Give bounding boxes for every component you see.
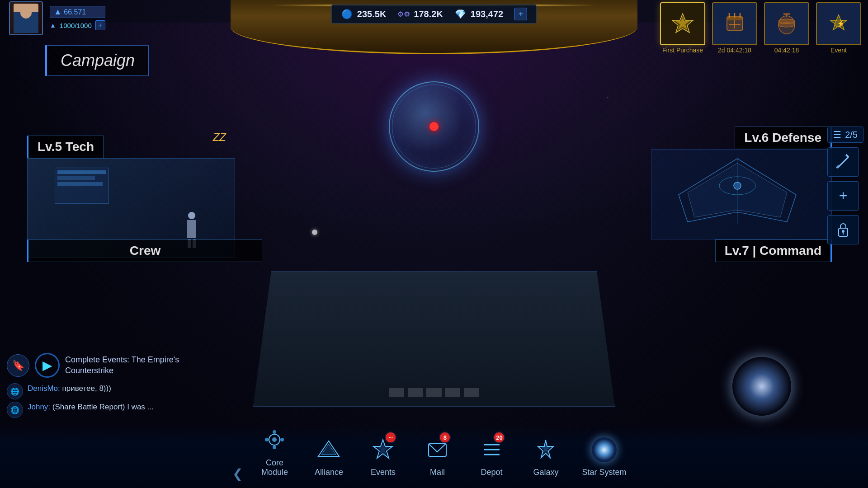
level-value: 66,571 [64, 8, 86, 16]
depot-icon: 20 [476, 434, 507, 465]
nav-events[interactable]: ··· Events [356, 430, 410, 481]
nav-alliance[interactable]: Alliance [302, 430, 356, 481]
add-module-button[interactable]: + [827, 181, 859, 211]
event-button[interactable]: ⚡ Event [814, 2, 863, 54]
svg-point-26 [842, 230, 844, 233]
svg-point-31 [273, 446, 276, 449]
gems-resource: 💎 193,472 [454, 8, 503, 20]
galaxy-label: Galaxy [533, 468, 558, 478]
bookmark-icon: 🔖 [7, 354, 29, 377]
player-level: ▲ 66,571 [50, 6, 105, 18]
top-hud: ▲ 66,571 ▲ 1000/1000 + 🔵 235.5K ⚙⚙ 178.2… [0, 0, 868, 36]
depot-label: Depot [481, 468, 502, 478]
event-label: Event [830, 47, 847, 54]
gems-value: 193,472 [471, 9, 503, 19]
list-icon: ☰ [833, 129, 841, 140]
chat-name-2: Johny: [28, 403, 50, 411]
svg-point-32 [265, 438, 269, 441]
events-icon: ··· [367, 434, 399, 465]
stamina-current: 1000 [60, 22, 75, 29]
campaign-button[interactable]: Campaign [45, 45, 149, 76]
chat-name-1: DenisMo: [28, 384, 60, 393]
nav-galaxy[interactable]: Galaxy [519, 430, 573, 481]
nav-star-system[interactable]: Star System [573, 430, 635, 481]
star-system-icon [589, 434, 620, 465]
gems-icon: 💎 [454, 8, 467, 20]
left-arrow-icon[interactable]: ❮ [232, 466, 243, 481]
core-module-label: Core Module [261, 458, 288, 478]
chat-text-2: Johny: (Share Battle Report) I was ... [28, 402, 154, 413]
quest-progress-circle: ▶ [35, 353, 60, 378]
nav-items: ❮ Core Module [0, 421, 868, 481]
add-resources-button[interactable]: + [514, 8, 527, 20]
svg-point-4 [734, 182, 741, 189]
tech-label[interactable]: Lv.5 Tech [27, 136, 104, 158]
svg-text:⚡: ⚡ [837, 20, 845, 28]
ore-value: 178.2K [414, 9, 443, 19]
mail-icon: 8 [421, 434, 453, 465]
nav-mail[interactable]: 8 Mail [410, 430, 464, 481]
quest-text: Complete Events: The Empire's Counterstr… [65, 355, 201, 376]
first-purchase-icon [660, 2, 705, 45]
galaxy-decoration [732, 357, 791, 416]
tech-section: Lv.5 Tech ZZ Crew [27, 136, 262, 262]
stamina-max: 1000 [76, 22, 91, 29]
player-stats: ▲ 66,571 ▲ 1000/1000 + [50, 6, 105, 30]
credits-resource: 🔵 235.5K [341, 8, 387, 20]
galaxy-icon [530, 434, 561, 465]
resources-bar: 🔵 235.5K ⚙⚙ 178.2K 💎 193,472 + [331, 5, 537, 23]
defense-section: Lv.6 Defense Lv.7 | Command [615, 127, 832, 298]
floor-platform [253, 271, 615, 407]
ore-resource: ⚙⚙ 178.2K [397, 8, 443, 20]
crew-label[interactable]: Crew [27, 239, 262, 262]
nav-core-module[interactable]: Core Module [247, 421, 302, 481]
shop-buttons: First Purchase 2d 04:42:18 [658, 2, 863, 54]
credits-value: 235.5K [357, 9, 387, 19]
svg-point-33 [280, 438, 284, 441]
defense-label[interactable]: Lv.6 Defense [735, 127, 832, 149]
ore-icon: ⚙⚙ [397, 8, 410, 20]
stamina-bar: ▲ 1000/1000 + [50, 20, 105, 30]
stamina-icon: ▲ [50, 22, 56, 29]
alliance-icon [313, 434, 344, 465]
nav-depot[interactable]: 20 Depot [464, 430, 519, 481]
core-module-icon [259, 424, 290, 456]
chat-msg-body-2: (Share Battle Report) I was ... [52, 403, 154, 411]
daily-deal-icon [712, 2, 757, 45]
ship-hologram [651, 149, 832, 239]
alliance-label: Alliance [315, 468, 343, 478]
holo-sphere [389, 81, 479, 172]
svg-point-29 [272, 437, 277, 442]
add-stamina-button[interactable]: + [95, 20, 105, 30]
player-avatar[interactable] [9, 1, 43, 35]
time-limited-button[interactable]: 04:42:18 [762, 2, 811, 54]
stamina-value: 1000/1000 [60, 22, 92, 29]
lock-button[interactable] [827, 215, 859, 244]
chat-messages: 🌐 DenisMo: приветее, 8))) 🌐 Johny: (Shar… [7, 383, 201, 418]
daily-deal-label: 2d 04:42:18 [718, 47, 751, 54]
quest-arrow-icon: ▶ [42, 358, 52, 373]
right-sidebar: ☰ 2/5 + [827, 127, 863, 244]
svg-marker-35 [321, 444, 336, 455]
chat-area: 🔖 ▶ Complete Events: The Empire's Counte… [7, 353, 201, 418]
nav-scroll-left: ❮ [232, 466, 243, 481]
command-label[interactable]: Lv.7 | Command [715, 239, 832, 262]
chat-message-1: 🌐 DenisMo: приветее, 8))) [7, 383, 201, 399]
svg-point-16 [778, 19, 795, 23]
credits-icon: 🔵 [341, 8, 354, 20]
first-purchase-button[interactable]: First Purchase [658, 2, 708, 54]
chat-quest: 🔖 ▶ Complete Events: The Empire's Counte… [7, 353, 201, 378]
chat-text-1: DenisMo: приветее, 8))) [28, 383, 111, 394]
weapon-button[interactable] [827, 147, 859, 177]
star-system-label: Star System [582, 468, 626, 478]
time-limited-icon [764, 2, 809, 45]
daily-deal-button[interactable]: 2d 04:42:18 [710, 2, 760, 54]
event-icon: ⚡ [816, 2, 861, 45]
time-limited-label: 04:42:18 [774, 47, 799, 54]
player-info: ▲ 66,571 ▲ 1000/1000 + [9, 1, 105, 35]
svg-point-30 [273, 430, 276, 434]
chat-message-2: 🌐 Johny: (Share Battle Report) I was ... [7, 402, 201, 418]
first-purchase-label: First Purchase [662, 47, 703, 54]
counter-value: 2/5 [845, 130, 858, 140]
chat-avatar-1: 🌐 [7, 383, 23, 399]
